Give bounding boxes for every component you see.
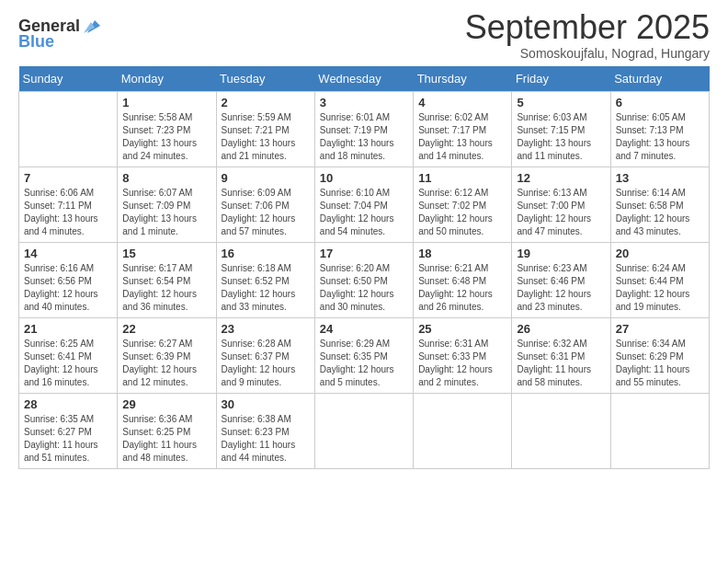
logo: General Blue	[18, 17, 102, 52]
day-number: 11	[418, 171, 506, 185]
day-info: Sunrise: 6:12 AM Sunset: 7:02 PM Dayligh…	[418, 187, 506, 238]
day-info: Sunrise: 6:38 AM Sunset: 6:23 PM Dayligh…	[222, 413, 310, 465]
day-info: Sunrise: 6:01 AM Sunset: 7:19 PM Dayligh…	[320, 111, 408, 163]
col-sunday: Sunday	[19, 66, 118, 92]
day-info: Sunrise: 6:28 AM Sunset: 6:37 PM Dayligh…	[222, 338, 310, 389]
day-cell: 29Sunrise: 6:36 AM Sunset: 6:25 PM Dayli…	[118, 393, 216, 468]
day-info: Sunrise: 6:03 AM Sunset: 7:15 PM Dayligh…	[517, 111, 605, 163]
day-info: Sunrise: 6:02 AM Sunset: 7:17 PM Dayligh…	[418, 111, 506, 163]
logo-text: General Blue	[18, 17, 102, 52]
logo-blue: Blue	[18, 33, 102, 52]
day-cell: 27Sunrise: 6:34 AM Sunset: 6:29 PM Dayli…	[610, 317, 709, 393]
day-info: Sunrise: 6:14 AM Sunset: 6:58 PM Dayligh…	[616, 187, 704, 238]
day-cell: 5Sunrise: 6:03 AM Sunset: 7:15 PM Daylig…	[512, 91, 610, 167]
day-cell: 17Sunrise: 6:20 AM Sunset: 6:50 PM Dayli…	[314, 242, 413, 317]
day-info: Sunrise: 6:25 AM Sunset: 6:41 PM Dayligh…	[24, 338, 112, 389]
location-subtitle: Somoskoujfalu, Nograd, Hungary	[465, 46, 710, 61]
day-info: Sunrise: 6:09 AM Sunset: 7:06 PM Dayligh…	[222, 187, 310, 238]
day-info: Sunrise: 5:58 AM Sunset: 7:23 PM Dayligh…	[122, 111, 210, 163]
header-row: Sunday Monday Tuesday Wednesday Thursday…	[19, 66, 710, 92]
day-cell: 15Sunrise: 6:17 AM Sunset: 6:54 PM Dayli…	[118, 242, 216, 317]
day-number: 9	[222, 171, 310, 185]
page-header: General Blue September 2025 Somoskoujfal…	[18, 9, 710, 61]
week-row-1: 1Sunrise: 5:58 AM Sunset: 7:23 PM Daylig…	[19, 91, 710, 167]
day-number: 21	[24, 322, 112, 336]
day-number: 7	[24, 171, 112, 185]
day-number: 20	[616, 247, 704, 260]
day-cell: 12Sunrise: 6:13 AM Sunset: 7:00 PM Dayli…	[512, 167, 610, 242]
day-cell: 19Sunrise: 6:23 AM Sunset: 6:46 PM Dayli…	[512, 242, 610, 317]
day-number: 15	[122, 247, 210, 260]
day-info: Sunrise: 6:20 AM Sunset: 6:50 PM Dayligh…	[320, 262, 408, 314]
day-cell: 26Sunrise: 6:32 AM Sunset: 6:31 PM Dayli…	[512, 317, 610, 393]
day-cell: 22Sunrise: 6:27 AM Sunset: 6:39 PM Dayli…	[118, 317, 216, 393]
day-info: Sunrise: 6:13 AM Sunset: 7:00 PM Dayligh…	[517, 187, 605, 238]
day-number: 4	[418, 96, 506, 109]
day-number: 19	[517, 247, 605, 260]
day-cell: 9Sunrise: 6:09 AM Sunset: 7:06 PM Daylig…	[216, 167, 314, 242]
day-number: 16	[222, 247, 310, 260]
col-tuesday: Tuesday	[216, 66, 314, 92]
day-info: Sunrise: 6:16 AM Sunset: 6:56 PM Dayligh…	[24, 262, 112, 314]
day-number: 22	[122, 322, 210, 336]
day-number: 6	[616, 96, 704, 109]
day-info: Sunrise: 6:23 AM Sunset: 6:46 PM Dayligh…	[517, 262, 605, 314]
week-row-5: 28Sunrise: 6:35 AM Sunset: 6:27 PM Dayli…	[19, 393, 710, 468]
col-thursday: Thursday	[414, 66, 512, 92]
day-info: Sunrise: 6:10 AM Sunset: 7:04 PM Dayligh…	[320, 187, 408, 238]
day-cell	[414, 393, 512, 468]
day-number: 25	[418, 322, 506, 336]
day-number: 30	[222, 397, 310, 411]
day-cell	[512, 393, 610, 468]
title-block: September 2025 Somoskoujfalu, Nograd, Hu…	[465, 9, 710, 61]
day-info: Sunrise: 6:18 AM Sunset: 6:52 PM Dayligh…	[222, 262, 310, 314]
week-row-4: 21Sunrise: 6:25 AM Sunset: 6:41 PM Dayli…	[19, 317, 710, 393]
day-number: 24	[320, 322, 408, 336]
day-cell: 4Sunrise: 6:02 AM Sunset: 7:17 PM Daylig…	[414, 91, 512, 167]
day-cell: 28Sunrise: 6:35 AM Sunset: 6:27 PM Dayli…	[19, 393, 118, 468]
col-friday: Friday	[512, 66, 610, 92]
day-cell: 14Sunrise: 6:16 AM Sunset: 6:56 PM Dayli…	[19, 242, 118, 317]
day-info: Sunrise: 6:31 AM Sunset: 6:33 PM Dayligh…	[418, 338, 506, 389]
day-info: Sunrise: 6:24 AM Sunset: 6:44 PM Dayligh…	[616, 262, 704, 314]
month-title: September 2025	[465, 9, 710, 46]
calendar-table: Sunday Monday Tuesday Wednesday Thursday…	[18, 66, 710, 469]
day-cell: 24Sunrise: 6:29 AM Sunset: 6:35 PM Dayli…	[314, 317, 413, 393]
day-number: 13	[616, 171, 704, 185]
day-cell: 6Sunrise: 6:05 AM Sunset: 7:13 PM Daylig…	[610, 91, 709, 167]
day-number: 23	[222, 322, 310, 336]
day-number: 10	[320, 171, 408, 185]
day-number: 8	[122, 171, 210, 185]
day-info: Sunrise: 6:17 AM Sunset: 6:54 PM Dayligh…	[122, 262, 210, 314]
day-number: 12	[517, 171, 605, 185]
day-info: Sunrise: 5:59 AM Sunset: 7:21 PM Dayligh…	[222, 111, 310, 163]
day-number: 3	[320, 96, 408, 109]
day-cell: 18Sunrise: 6:21 AM Sunset: 6:48 PM Dayli…	[414, 242, 512, 317]
day-info: Sunrise: 6:34 AM Sunset: 6:29 PM Dayligh…	[616, 338, 704, 389]
day-info: Sunrise: 6:32 AM Sunset: 6:31 PM Dayligh…	[517, 338, 605, 389]
day-number: 2	[222, 96, 310, 109]
day-cell	[314, 393, 413, 468]
day-cell: 3Sunrise: 6:01 AM Sunset: 7:19 PM Daylig…	[314, 91, 413, 167]
day-cell: 11Sunrise: 6:12 AM Sunset: 7:02 PM Dayli…	[414, 167, 512, 242]
day-number: 14	[24, 247, 112, 260]
week-row-3: 14Sunrise: 6:16 AM Sunset: 6:56 PM Dayli…	[19, 242, 710, 317]
col-saturday: Saturday	[610, 66, 709, 92]
day-cell: 7Sunrise: 6:06 AM Sunset: 7:11 PM Daylig…	[19, 167, 118, 242]
day-cell: 25Sunrise: 6:31 AM Sunset: 6:33 PM Dayli…	[414, 317, 512, 393]
day-info: Sunrise: 6:06 AM Sunset: 7:11 PM Dayligh…	[24, 187, 112, 238]
day-cell: 8Sunrise: 6:07 AM Sunset: 7:09 PM Daylig…	[118, 167, 216, 242]
day-cell: 1Sunrise: 5:58 AM Sunset: 7:23 PM Daylig…	[118, 91, 216, 167]
day-info: Sunrise: 6:07 AM Sunset: 7:09 PM Dayligh…	[122, 187, 210, 238]
day-cell: 13Sunrise: 6:14 AM Sunset: 6:58 PM Dayli…	[610, 167, 709, 242]
week-row-2: 7Sunrise: 6:06 AM Sunset: 7:11 PM Daylig…	[19, 167, 710, 242]
day-info: Sunrise: 6:27 AM Sunset: 6:39 PM Dayligh…	[122, 338, 210, 389]
day-number: 28	[24, 397, 112, 411]
day-cell: 2Sunrise: 5:59 AM Sunset: 7:21 PM Daylig…	[216, 91, 314, 167]
col-monday: Monday	[118, 66, 216, 92]
day-number: 18	[418, 247, 506, 260]
day-cell	[19, 91, 118, 167]
day-cell: 30Sunrise: 6:38 AM Sunset: 6:23 PM Dayli…	[216, 393, 314, 468]
day-info: Sunrise: 6:35 AM Sunset: 6:27 PM Dayligh…	[24, 413, 112, 465]
day-number: 5	[517, 96, 605, 109]
